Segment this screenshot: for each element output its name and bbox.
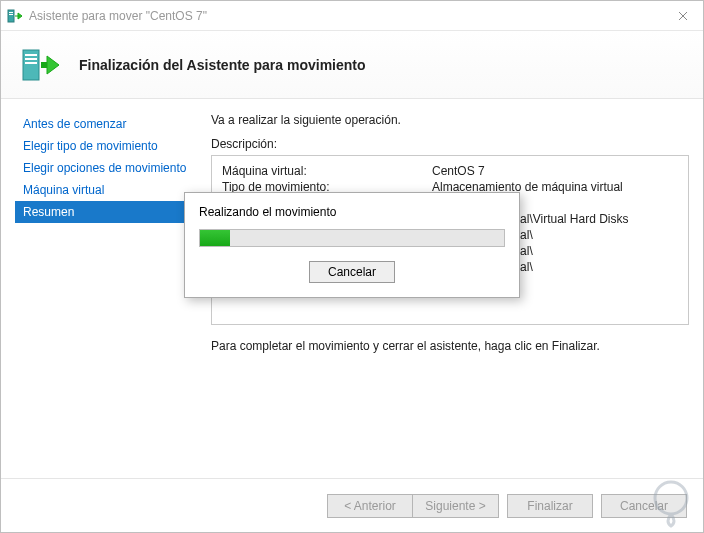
app-icon <box>7 8 23 24</box>
steps-sidebar: Antes de comenzar Elegir tipo de movimie… <box>15 113 197 478</box>
description-label: Descripción: <box>211 137 689 151</box>
svg-rect-4 <box>25 54 37 56</box>
svg-rect-2 <box>9 14 13 15</box>
next-button[interactable]: Siguiente > <box>413 494 499 518</box>
step-summary[interactable]: Resumen <box>15 201 197 223</box>
step-move-type[interactable]: Elegir tipo de movimiento <box>15 135 197 157</box>
progress-title: Realizando el movimiento <box>199 205 505 219</box>
footer-text: Para completar el movimiento y cerrar el… <box>211 339 689 353</box>
svg-rect-5 <box>25 58 37 60</box>
progress-cancel-button[interactable]: Cancelar <box>309 261 395 283</box>
wizard-buttons: < Anterior Siguiente > Finalizar Cancela… <box>1 478 703 532</box>
step-before-begin[interactable]: Antes de comenzar <box>15 113 197 135</box>
row-vm-key: Máquina virtual: <box>222 164 432 178</box>
svg-rect-6 <box>25 62 37 64</box>
intro-text: Va a realizar la siguiente operación. <box>211 113 689 127</box>
wizard-header: Finalización del Asistente para movimien… <box>1 31 703 99</box>
progress-fill <box>200 230 230 246</box>
wizard-window: Asistente para mover "CentOS 7" Finaliza… <box>0 0 704 533</box>
cancel-button[interactable]: Cancelar <box>601 494 687 518</box>
back-button[interactable]: < Anterior <box>327 494 413 518</box>
step-virtual-machine[interactable]: Máquina virtual <box>15 179 197 201</box>
row-vm: Máquina virtual: CentOS 7 <box>222 164 678 178</box>
row-vm-val: CentOS 7 <box>432 164 678 178</box>
window-title: Asistente para mover "CentOS 7" <box>29 9 663 23</box>
progress-dialog: Realizando el movimiento Cancelar <box>184 192 520 298</box>
svg-rect-0 <box>8 10 14 22</box>
page-title: Finalización del Asistente para movimien… <box>79 57 366 73</box>
step-move-options[interactable]: Elegir opciones de movimiento <box>15 157 197 179</box>
finish-button[interactable]: Finalizar <box>507 494 593 518</box>
titlebar: Asistente para mover "CentOS 7" <box>1 1 703 31</box>
server-move-icon <box>19 44 61 86</box>
svg-rect-1 <box>9 12 13 13</box>
close-button[interactable] <box>663 1 703 31</box>
progress-bar <box>199 229 505 247</box>
